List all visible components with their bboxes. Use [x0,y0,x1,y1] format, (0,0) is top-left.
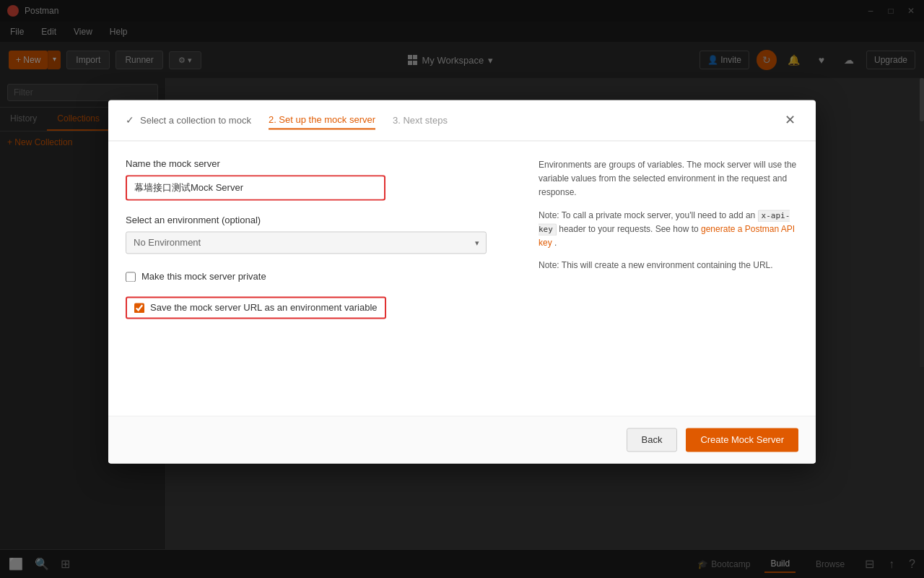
modal-close-button[interactable]: ✕ [781,111,798,129]
save-url-checkbox[interactable] [134,303,144,313]
server-name-input[interactable] [127,176,384,199]
modal-body: Name the mock server Select an environme… [108,141,816,415]
modal-footer: Back Create Mock Server [108,415,816,463]
step1-label: Select a collection to mock [140,115,251,126]
info-note2b: header to your requests. See how to [559,224,701,234]
env-select[interactable]: No Environment [126,231,487,254]
create-mock-server-button[interactable]: Create Mock Server [686,428,798,452]
env-label: Select an environment (optional) [126,215,515,225]
info-note1: Environments are groups of variables. Th… [539,158,798,200]
info-period: . [554,238,557,248]
private-checkbox-row: Make this mock server private [126,271,515,282]
step2-label: 2. Set up the mock server [269,114,375,125]
step3-label: 3. Next steps [393,115,448,126]
step2[interactable]: 2. Set up the mock server [269,114,375,129]
private-checkbox[interactable] [126,272,136,282]
modal-steps: ✓ Select a collection to mock 2. Set up … [108,100,816,141]
save-url-label[interactable]: Save the mock server URL as an environme… [150,302,378,313]
step1[interactable]: ✓ Select a collection to mock [126,114,251,126]
back-button[interactable]: Back [627,428,678,452]
private-checkbox-label[interactable]: Make this mock server private [141,271,266,282]
info-note3: Note: This will create a new environment… [539,259,798,273]
save-url-wrapper: Save the mock server URL as an environme… [126,296,386,319]
mock-server-modal: ✓ Select a collection to mock 2. Set up … [108,100,816,463]
info-note2: Note: To call a private mock server, you… [539,209,798,251]
modal-form: Name the mock server Select an environme… [126,158,515,398]
info-note2-text: Note: To call a private mock server, you… [539,210,758,220]
step1-check: ✓ [126,114,134,126]
name-label: Name the mock server [126,158,515,169]
server-name-input-wrapper [126,175,385,200]
step3[interactable]: 3. Next steps [393,115,448,126]
env-select-wrapper: No Environment ▾ [126,231,487,254]
modal-info: Environments are groups of variables. Th… [539,158,798,398]
